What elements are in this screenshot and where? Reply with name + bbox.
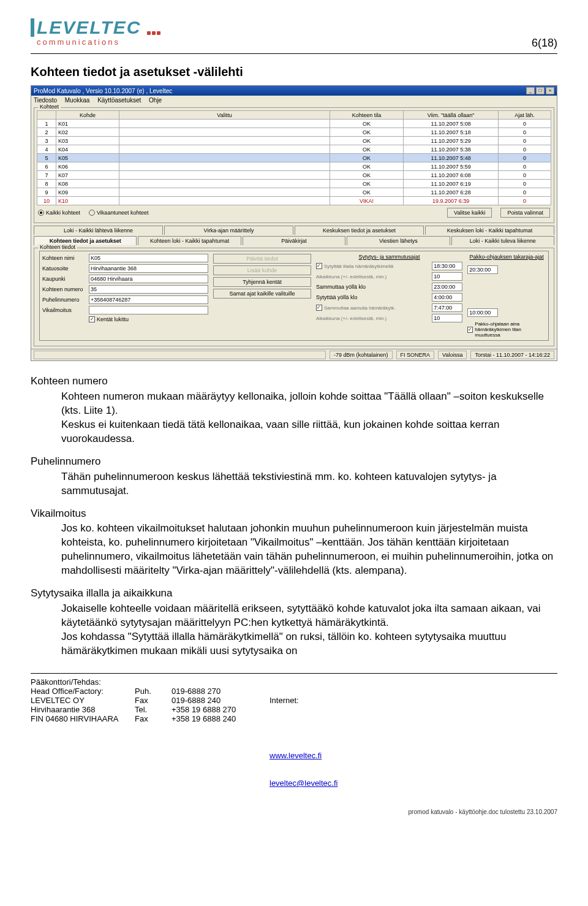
lbl-kentat-lukittu: Kentät lukittu xyxy=(97,316,129,322)
field-katuosoite[interactable] xyxy=(89,264,208,273)
clear-selection-button[interactable]: Poista valinnat xyxy=(500,208,550,218)
time-aikak2[interactable]: 10 xyxy=(432,314,462,322)
footer-email-link[interactable]: leveltec@leveltec.fi xyxy=(270,778,337,788)
table-row[interactable]: 5K05OK11.10.2007 5:480 xyxy=(37,154,551,162)
checkbox-syt-ilta[interactable]: ✓ xyxy=(316,263,322,269)
table-row[interactable]: 9K09OK11.10.2007 6:280 xyxy=(37,188,551,197)
radio-dot-icon xyxy=(38,210,44,216)
table-row[interactable]: 2K02OK11.10.2007 5:180 xyxy=(37,128,551,137)
menu-tiedosto[interactable]: Tiedosto xyxy=(34,97,57,104)
radio-fault-kohteet[interactable]: Vikaantuneet kohteet xyxy=(89,210,148,216)
field-vikailmoitus[interactable] xyxy=(89,306,208,314)
tab-virka-ajan[interactable]: Virka-ajan määrittely xyxy=(164,226,293,235)
field-kaupunki[interactable] xyxy=(89,275,208,283)
pakko-time-2[interactable]: 10:00:00 xyxy=(467,308,498,317)
tab-loki-lahteva[interactable]: Loki - Kaikki lähtevä liikenne xyxy=(34,226,163,235)
field-kohteen-numero[interactable] xyxy=(89,285,208,294)
table-row[interactable]: 1K01OK11.10.2007 5:080 xyxy=(37,120,551,128)
table-row[interactable]: 3K03OK11.10.2007 5:290 xyxy=(37,137,551,145)
pakko-header: Pakko-ohjauksen takaraja-ajat xyxy=(467,254,546,260)
tab-kohteen-loki[interactable]: Kohteen loki - Kaikki tapahtumat xyxy=(138,236,241,245)
footer-col3: 019-6888 270 019-6888 240 +358 19 6888 2… xyxy=(172,677,270,806)
table-row[interactable]: 10K10VIKA!19.9.2007 6:390 xyxy=(37,197,551,205)
lbl-numero: Kohteen numero xyxy=(42,286,86,292)
lbl-aikak2: Aikaikkuna (+/- edellisestä, min.) xyxy=(316,316,386,321)
statusbar: -79 dBm (kohtalainen) FI SONERA Valoissa… xyxy=(31,349,557,360)
tab-loki-tuleva[interactable]: Loki - Kaikki tuleva liikenne xyxy=(451,236,554,245)
doc-h3: Vikailmoitus xyxy=(31,507,557,521)
footer: Pääkonttori/Tehdas: Head Office/Factory:… xyxy=(31,677,557,806)
footer-col1: Pääkonttori/Tehdas: Head Office/Factory:… xyxy=(31,677,135,806)
logo-text: LEVELTEC xyxy=(31,18,141,37)
samat-ajat-button[interactable]: Samat ajat kaikille valituille xyxy=(213,289,311,299)
footer-col4: Internet: www.leveltec.fi leveltec@level… xyxy=(270,677,337,806)
lbl-pakko: Pakko-ohjataan aina hämäräkytkimen tilan… xyxy=(475,321,546,338)
header-rule xyxy=(31,53,557,54)
time-aikak1[interactable]: 10 xyxy=(432,272,462,281)
pakko-time-1[interactable]: 20:30:00 xyxy=(467,265,498,274)
tyhjenna-button[interactable]: Tyhjennä kentät xyxy=(213,277,311,287)
checkbox-sam-aamu[interactable]: ✓ xyxy=(316,305,322,311)
footer-internet-label: Internet: xyxy=(270,696,337,705)
col-idx[interactable] xyxy=(37,111,56,120)
window-title: ProMod Katuvalo , Versio 10.10.2007 (e) … xyxy=(34,88,172,94)
lbl-syt-ilta: Sytyttää illalla hämäräkytkimellä xyxy=(324,264,393,269)
section-title: Kohteen tiedot ja asetukset -välilehti xyxy=(31,65,557,79)
status-signal: -79 dBm (kohtalainen) xyxy=(330,351,393,359)
doc-h1: Kohteen numero xyxy=(31,375,557,389)
tab-viestien-lahetys[interactable]: Viestien lähetys xyxy=(347,236,450,245)
lisaa-button: Lisää kohde xyxy=(213,265,311,275)
select-all-button[interactable]: Valitse kaikki xyxy=(447,208,492,218)
lbl-nimi: Kohteen nimi xyxy=(42,255,86,261)
field-kohteen-nimi[interactable] xyxy=(89,254,208,262)
menu-ohje[interactable]: Ohje xyxy=(149,97,162,104)
table-row[interactable]: 4K04OK11.10.2007 5:380 xyxy=(37,145,551,154)
titlebar[interactable]: ProMod Katuvalo , Versio 10.10.2007 (e) … xyxy=(31,86,557,96)
field-puhelinnumero[interactable] xyxy=(89,295,208,304)
lbl-puhelin: Puhelinnumero xyxy=(42,297,86,303)
lbl-syt-yolla: Sytyttää yöllä klo xyxy=(316,294,358,300)
kohteet-group: Kohteet Kohde Valittu Kohteen tila Viim.… xyxy=(34,107,554,223)
tab-keskus-loki[interactable]: Keskuksen loki - Kaikki tapahtumat xyxy=(425,226,554,235)
lbl-katu: Katuosoite xyxy=(42,265,86,272)
doc-p1: Kohteen numeron mukaan määräytyy kellona… xyxy=(61,390,557,418)
close-icon[interactable]: × xyxy=(546,87,554,94)
table-row[interactable]: 7K07OK11.10.2007 6:080 xyxy=(37,171,551,180)
time-sam-yolla[interactable]: 23:00:00 xyxy=(432,283,462,291)
table-row[interactable]: 8K08OK11.10.2007 6:190 xyxy=(37,180,551,188)
detail-group-title: Kohteen tiedot xyxy=(38,244,77,250)
tab-paivakirjat[interactable]: Päiväkirjat xyxy=(243,236,345,245)
time-syt-ilta[interactable]: 18:30:00 xyxy=(432,262,462,270)
menubar[interactable]: Tiedosto Muokkaa Käyttöasetukset Ohje xyxy=(31,96,557,105)
radio-all-kohteet[interactable]: Kaikki kohteet xyxy=(38,210,80,216)
logo: LEVELTEC communications xyxy=(31,18,160,46)
tab-keskus-tiedot[interactable]: Keskuksen tiedot ja asetukset xyxy=(295,226,424,235)
maximize-icon[interactable]: □ xyxy=(536,87,545,94)
checkbox-pakko[interactable]: ✓ xyxy=(467,327,473,333)
col-viim[interactable]: Viim. "täällä ollaan" xyxy=(404,111,499,120)
radio-all-label: Kaikki kohteet xyxy=(46,210,80,216)
time-syt-yolla[interactable]: 4:00:00 xyxy=(432,293,462,302)
checkbox-kentat-lukittu[interactable]: ✓ xyxy=(89,316,95,322)
menu-muokkaa[interactable]: Muokkaa xyxy=(65,97,90,104)
col-valittu[interactable]: Valittu xyxy=(119,111,330,120)
lbl-sam-aamu: Sammuttaa aamulla hämäräkytk. xyxy=(324,305,396,311)
tabs-row-1: Loki - Kaikki lähtevä liikenne Virka-aja… xyxy=(34,226,554,235)
app-window: ProMod Katuvalo , Versio 10.10.2007 (e) … xyxy=(31,85,557,361)
lbl-aikak1: Aikaikkuna (+/- edellisestä, min.) xyxy=(316,274,386,280)
table-row[interactable]: 6K06OK11.10.2007 5:590 xyxy=(37,162,551,171)
time-sam-aamu[interactable]: 7:47:00 xyxy=(432,303,462,312)
doc-p2: Tähän puhelinnumeroon keskus lähettää te… xyxy=(61,470,557,498)
kohteet-table[interactable]: Kohde Valittu Kohteen tila Viim. "täällä… xyxy=(37,110,551,205)
col-kohde[interactable]: Kohde xyxy=(56,111,119,120)
col-tila[interactable]: Kohteen tila xyxy=(330,111,403,120)
page-number: 6(18) xyxy=(532,37,557,50)
footer-www-link[interactable]: www.leveltec.fi xyxy=(270,751,322,760)
status-datetime: Torstai - 11.10.2007 - 14:16:22 xyxy=(470,351,554,359)
paivita-button: Päivitä tiedot xyxy=(213,254,311,264)
menu-kayttoasetukset[interactable]: Käyttöasetukset xyxy=(97,97,141,104)
doc-p4: Jokaiselle kohteelle voidaan määritellä … xyxy=(61,602,557,630)
doc-p3: Jos ko. kohteen vikailmoitukset halutaan… xyxy=(61,522,557,578)
minimize-icon[interactable]: _ xyxy=(526,87,535,94)
col-ajat[interactable]: Ajat läh. xyxy=(498,111,551,120)
